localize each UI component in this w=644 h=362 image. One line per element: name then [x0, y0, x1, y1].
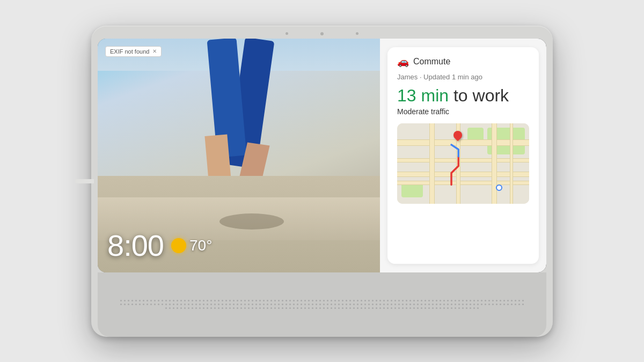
- grille-dot: [286, 307, 287, 309]
- grille-dot: [331, 300, 332, 301]
- car-icon: 🚗: [397, 56, 409, 68]
- commute-card[interactable]: 🚗 Commute James · Updated 1 min ago 13 m…: [387, 47, 539, 264]
- grille-dot: [458, 300, 460, 301]
- grille-dot: [518, 304, 520, 305]
- grille-dot: [165, 307, 167, 309]
- grille-dot: [274, 304, 276, 305]
- grille-dot: [304, 307, 306, 309]
- grille-dot: [184, 307, 186, 309]
- grille-dot: [154, 300, 156, 301]
- grille-dot: [391, 307, 392, 309]
- grille-dot: [210, 300, 212, 301]
- grille-dot: [503, 304, 505, 305]
- grille-dot: [147, 300, 148, 301]
- grille-dot: [409, 300, 411, 301]
- grille-dot: [316, 300, 317, 301]
- grille-dot: [286, 304, 287, 305]
- grille-dot: [507, 300, 509, 301]
- grille-dot: [143, 300, 144, 301]
- device-body: EXIF not found ✕ 8:00 70°: [91, 26, 553, 337]
- grille-dot: [477, 307, 479, 309]
- grille-dot: [233, 300, 235, 301]
- grille-dot: [361, 307, 362, 309]
- grille-dot: [278, 307, 280, 309]
- grille-dot: [323, 300, 325, 301]
- grille-dot: [319, 304, 321, 305]
- grille-dot: [244, 304, 246, 305]
- grille-dot: [368, 307, 370, 309]
- grille-dot: [331, 304, 332, 305]
- grille-dot: [417, 300, 419, 301]
- grille-dot: [372, 304, 374, 305]
- grille-dot: [357, 304, 358, 305]
- grille-dot: [278, 304, 280, 305]
- grille-dot: [180, 300, 182, 301]
- weather-info: 70°: [171, 237, 212, 254]
- commute-suffix: to work: [449, 86, 509, 105]
- grille-dot: [128, 304, 129, 305]
- grille-dot: [361, 300, 362, 301]
- grille-dot: [316, 307, 317, 309]
- grille-dot: [462, 304, 464, 305]
- grille-dot: [327, 300, 328, 301]
- grille-dot: [372, 300, 374, 301]
- card-title: Commute: [413, 57, 450, 67]
- exif-close-button[interactable]: ✕: [152, 48, 157, 54]
- grille-dot: [139, 304, 141, 305]
- grille-dot: [184, 300, 186, 301]
- grille-dot: [203, 300, 204, 301]
- grille-dot: [270, 300, 272, 301]
- grille-dot: [252, 307, 253, 309]
- grille-dot: [282, 307, 283, 309]
- grille-dot: [229, 300, 231, 301]
- exif-text: EXIF not found: [110, 48, 149, 55]
- grille-dot: [244, 300, 246, 301]
- grille-dot: [376, 307, 377, 309]
- grille-dot: [222, 307, 223, 309]
- grille-dot: [496, 304, 497, 305]
- grille-dot: [301, 307, 302, 309]
- grille-dot: [394, 304, 396, 305]
- grille-dot: [496, 300, 497, 301]
- grille-dot: [135, 300, 137, 301]
- device-top-bar: [98, 32, 546, 39]
- grille-dot: [173, 304, 174, 305]
- grille-dot: [432, 300, 434, 301]
- grille-dot: [353, 304, 355, 305]
- grille-dot: [323, 304, 325, 305]
- grille-dot: [391, 300, 392, 301]
- grille-dot: [515, 300, 516, 301]
- grille-dot: [346, 300, 347, 301]
- grille-dot: [443, 307, 445, 309]
- grille-dot: [458, 307, 460, 309]
- grille-dot: [267, 307, 268, 309]
- grille-dot: [173, 300, 174, 301]
- grille-dot: [207, 304, 208, 305]
- grille-dot: [331, 307, 332, 309]
- grille-dot: [417, 304, 419, 305]
- grille-dot: [492, 300, 494, 301]
- grille-dot: [327, 307, 328, 309]
- grille-dot: [252, 304, 253, 305]
- grille-dot: [349, 300, 351, 301]
- grille-dot: [440, 300, 441, 301]
- destination-pin: [453, 131, 462, 143]
- grille-dot: [229, 307, 231, 309]
- grille-dot: [240, 300, 242, 301]
- grille-dot: [477, 300, 479, 301]
- grille-dot: [248, 304, 250, 305]
- grille-dot: [319, 300, 321, 301]
- grille-dot: [293, 307, 295, 309]
- grille-dot: [289, 307, 291, 309]
- grille-pattern: [120, 279, 524, 330]
- grille-dot: [518, 300, 520, 301]
- grille-dot: [214, 304, 216, 305]
- grille-dot: [473, 304, 475, 305]
- grille-dot: [192, 304, 193, 305]
- grille-dot: [346, 307, 347, 309]
- grille-dot: [409, 307, 411, 309]
- grille-dot: [312, 304, 313, 305]
- map-preview[interactable]: [397, 123, 529, 204]
- grille-dot: [248, 300, 250, 301]
- grille-dot: [428, 304, 430, 305]
